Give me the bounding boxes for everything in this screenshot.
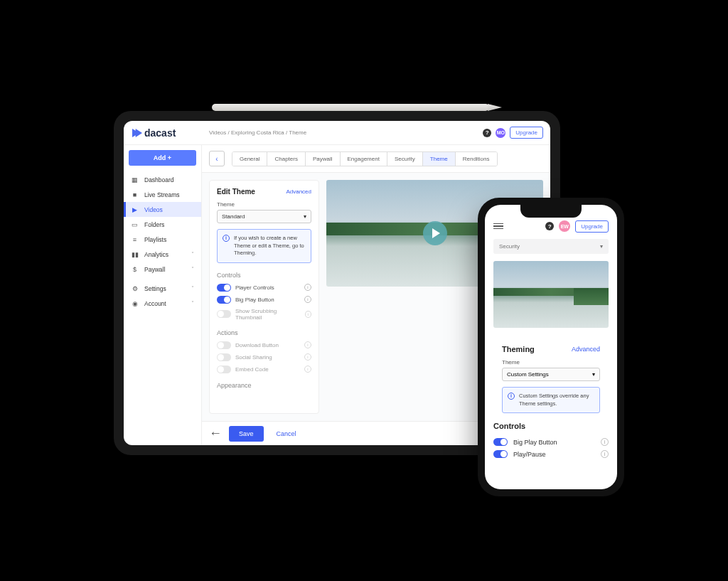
add-button[interactable]: Add + — [129, 150, 196, 166]
back-arrow-button[interactable]: ← — [209, 426, 222, 441]
avatar[interactable]: EW — [559, 220, 570, 232]
phone-section-select[interactable]: Security ▾ — [493, 239, 609, 254]
tab-bar: ‹ General Chapters Paywall Engagement Se… — [202, 145, 550, 173]
sidebar-item-settings[interactable]: ⚙Settings˅ — [124, 281, 201, 296]
theme-select[interactable]: Standard ▾ — [217, 210, 311, 223]
tab-theme[interactable]: Theme — [423, 152, 456, 166]
edit-theme-panel: Edit Theme Advanced Theme Standard ▾ i I… — [209, 180, 319, 414]
breadcrumb-theme: Theme — [289, 129, 306, 136]
breadcrumb[interactable]: Videos / Exploring Costa Rica / Theme — [209, 129, 306, 136]
toggle-switch[interactable] — [217, 296, 231, 304]
advanced-link[interactable]: Advanced — [286, 188, 311, 195]
toggle-social-sharing[interactable]: Social Sharingi — [217, 353, 311, 361]
sidebar-item-account[interactable]: ◉Account˅ — [124, 296, 201, 311]
toggle-big-play-button[interactable]: Big Play Buttoni — [217, 296, 311, 304]
tab-security[interactable]: Security — [387, 152, 423, 166]
phone-video-preview[interactable] — [493, 261, 609, 328]
sidebar-item-playlists[interactable]: ≡Playlists — [124, 232, 201, 247]
cancel-button[interactable]: Cancel — [271, 426, 302, 442]
stylus — [212, 104, 489, 111]
chevron-down-icon: ˅ — [191, 285, 194, 292]
info-icon: i — [223, 235, 230, 242]
toggle-player-controls[interactable]: Player Controlsi — [217, 284, 311, 292]
dollar-icon: $ — [131, 265, 139, 273]
tablet-top-bar: dacast Videos / Exploring Costa Rica / T… — [124, 121, 550, 145]
phone-theme-select[interactable]: Custom Settings ▾ — [502, 368, 600, 381]
tab-renditions[interactable]: Renditions — [456, 152, 497, 166]
toggle-switch[interactable] — [217, 284, 231, 292]
chevron-down-icon: ˅ — [191, 266, 194, 272]
play-icon: ▶ — [131, 206, 139, 213]
breadcrumb-videos[interactable]: Videos — [209, 129, 226, 136]
info-icon[interactable]: i — [304, 284, 311, 291]
toggle-scrubbing-thumbnail[interactable]: Show Scrubbing Thumbnaili — [217, 308, 311, 321]
sidebar-item-livestreams[interactable]: ■Live Streams — [124, 187, 201, 202]
dacast-logo-icon — [131, 127, 142, 139]
chevron-down-icon: ˅ — [191, 251, 194, 257]
play-button-icon[interactable] — [423, 221, 447, 245]
avatar[interactable]: MO — [496, 128, 505, 138]
preview-thumbnail — [493, 261, 609, 328]
info-icon[interactable]: i — [601, 438, 609, 446]
info-icon[interactable]: i — [304, 296, 311, 303]
chevron-down-icon: ▾ — [600, 243, 603, 250]
upgrade-button[interactable]: Upgrade — [575, 220, 609, 233]
phone-theme-info-notice: i Custom Settings override any Theme set… — [502, 387, 600, 413]
theme-info-notice: i If you wish to create a new Theme or e… — [217, 229, 311, 263]
tab-general[interactable]: General — [232, 152, 267, 166]
info-icon[interactable]: i — [304, 341, 311, 348]
analytics-icon: ▮▮ — [131, 250, 139, 258]
info-icon: i — [508, 393, 515, 400]
upgrade-button[interactable]: Upgrade — [510, 127, 543, 139]
brand-logo[interactable]: dacast — [124, 121, 202, 144]
gear-icon: ⚙ — [131, 284, 139, 292]
advanced-link[interactable]: Advanced — [572, 346, 600, 353]
toggle-switch[interactable] — [217, 353, 231, 361]
phone-toggle-play-pause[interactable]: Play/Pausei — [485, 448, 617, 460]
theme-label: Theme — [217, 201, 311, 208]
info-icon[interactable]: i — [304, 366, 311, 373]
back-button[interactable]: ‹ — [209, 151, 225, 166]
chevron-down-icon: ˅ — [191, 300, 194, 307]
tab-paywall[interactable]: Paywall — [306, 152, 341, 166]
folder-icon: ▭ — [131, 220, 139, 228]
phone-toggle-big-play[interactable]: Big Play Buttoni — [485, 436, 617, 448]
theme-label: Theme — [502, 359, 600, 366]
phone-notch — [520, 205, 582, 218]
save-button[interactable]: Save — [229, 426, 264, 442]
user-icon: ◉ — [131, 299, 139, 307]
appearance-section-title: Appearance — [217, 382, 311, 389]
sidebar-item-dashboard[interactable]: ▦Dashboard — [124, 172, 201, 187]
tab-chapters[interactable]: Chapters — [267, 152, 305, 166]
breadcrumb-title[interactable]: Exploring Costa Rica — [231, 129, 284, 136]
toggle-download-button[interactable]: Download Buttoni — [217, 341, 311, 349]
help-icon[interactable]: ? — [545, 222, 554, 230]
info-icon[interactable]: i — [304, 353, 311, 361]
sidebar-item-folders[interactable]: ▭Folders — [124, 217, 201, 232]
sidebar: Add + ▦Dashboard ■Live Streams ▶Videos ▭… — [124, 145, 202, 445]
phone-screen: ? EW Upgrade Security ▾ Theming Advanced… — [485, 205, 617, 489]
sidebar-item-analytics[interactable]: ▮▮Analytics˅ — [124, 247, 201, 262]
actions-section-title: Actions — [217, 329, 311, 336]
help-icon[interactable]: ? — [483, 129, 491, 137]
camera-icon: ■ — [131, 191, 139, 198]
toggle-switch[interactable] — [217, 341, 231, 349]
sidebar-item-videos[interactable]: ▶Videos — [124, 202, 201, 217]
info-icon[interactable]: i — [601, 450, 609, 458]
sidebar-item-paywall[interactable]: $Paywall˅ — [124, 262, 201, 277]
info-icon[interactable]: i — [305, 311, 312, 318]
toggle-switch[interactable] — [217, 366, 231, 373]
theming-title: Theming — [502, 345, 535, 353]
hamburger-icon[interactable] — [493, 223, 503, 230]
list-icon: ≡ — [131, 235, 139, 243]
phone-controls-title: Controls — [493, 422, 609, 430]
grid-icon: ▦ — [131, 176, 139, 183]
controls-section-title: Controls — [217, 272, 311, 279]
chevron-down-icon: ▾ — [592, 371, 595, 378]
toggle-switch[interactable] — [493, 450, 508, 458]
panel-title: Edit Theme — [217, 188, 255, 196]
tab-engagement[interactable]: Engagement — [341, 152, 387, 166]
toggle-embed-code[interactable]: Embed Codei — [217, 366, 311, 373]
toggle-switch[interactable] — [493, 438, 508, 446]
toggle-switch[interactable] — [217, 310, 231, 318]
